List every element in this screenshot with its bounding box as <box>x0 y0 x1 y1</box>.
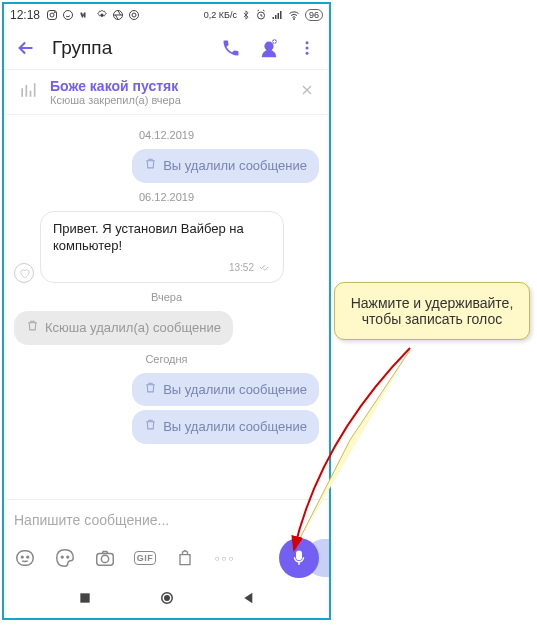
battery-indicator: 96 <box>305 9 323 21</box>
data-rate: 0,2 КБ/с <box>204 10 237 20</box>
trash-icon <box>144 381 157 399</box>
input-bar: Напишите сообщение... GIF ○○○ <box>4 499 329 582</box>
message-meta: 13:52 <box>229 261 271 275</box>
deleted-message-bubble[interactable]: Вы удалили сообщение <box>132 410 319 444</box>
svg-point-25 <box>164 596 169 601</box>
status-right: 0,2 КБ/с 96 <box>204 9 323 21</box>
nav-home-button[interactable] <box>158 589 176 611</box>
svg-point-6 <box>130 11 139 20</box>
aperture-icon <box>112 9 124 21</box>
date-label: Вчера <box>14 291 319 303</box>
smiley-icon[interactable] <box>14 547 36 569</box>
pinned-close-button[interactable] <box>299 82 315 103</box>
svg-point-19 <box>67 556 69 558</box>
call-button[interactable] <box>219 36 243 60</box>
attach-icon[interactable] <box>174 547 196 569</box>
vk-icon <box>78 9 92 21</box>
wifi-icon <box>287 9 301 21</box>
status-bar: 12:18 0,2 КБ/с <box>4 4 329 26</box>
alarm-icon <box>255 9 267 21</box>
like-button[interactable] <box>14 263 34 283</box>
message-text: Вы удалили сообщение <box>163 157 307 175</box>
svg-point-16 <box>21 556 23 558</box>
pinned-subtitle: Ксюша закрепил(а) вчера <box>50 94 287 106</box>
svg-point-9 <box>293 19 294 20</box>
status-left: 12:18 <box>10 8 140 22</box>
nav-back-button[interactable] <box>241 590 257 610</box>
svg-point-3 <box>64 11 73 20</box>
android-nav-bar <box>4 582 329 618</box>
voice-record-button[interactable] <box>279 538 319 578</box>
svg-point-21 <box>101 555 108 562</box>
pinned-chart-icon <box>18 80 38 104</box>
message-text: Вы удалили сообщение <box>163 381 307 399</box>
nav-recent-button[interactable] <box>77 590 93 610</box>
date-label: 06.12.2019 <box>14 191 319 203</box>
status-time: 12:18 <box>10 8 40 22</box>
message-row: Вы удалили сообщение <box>14 410 319 444</box>
instagram-icon <box>46 9 58 21</box>
svg-point-17 <box>27 556 29 558</box>
message-text: Ксюша удалил(а) сообщение <box>45 319 221 337</box>
svg-rect-22 <box>297 551 302 559</box>
phone-frame: 12:18 0,2 КБ/с <box>2 2 331 620</box>
settings-icon <box>96 9 108 21</box>
trash-icon <box>144 418 157 436</box>
pinned-title: Боже какой пустяк <box>50 78 287 94</box>
message-row: Вы удалили сообщение <box>14 373 319 407</box>
signal-icon <box>271 9 283 21</box>
deleted-message-bubble[interactable]: Вы удалили сообщение <box>132 373 319 407</box>
tooltip-callout: Нажмите и удерживайте, чтобы записать го… <box>334 282 530 340</box>
chat-title[interactable]: Группа <box>52 37 205 59</box>
pinned-message[interactable]: Боже какой пустяк Ксюша закрепил(а) вчер… <box>4 70 329 115</box>
message-input[interactable]: Напишите сообщение... <box>14 508 319 538</box>
date-label: 04.12.2019 <box>14 129 319 141</box>
svg-point-14 <box>306 51 309 54</box>
svg-rect-15 <box>17 551 34 566</box>
callout-text: Нажмите и удерживайте, чтобы записать го… <box>351 295 514 327</box>
message-row: Ксюша удалил(а) сообщение <box>14 311 319 345</box>
lens-icon <box>128 9 140 21</box>
messages-area[interactable]: 04.12.2019 Вы удалили сообщение 06.12.20… <box>4 115 329 499</box>
svg-point-2 <box>54 12 55 13</box>
trash-icon <box>26 319 39 337</box>
bluetooth-icon <box>241 9 251 21</box>
input-toolbar: GIF ○○○ <box>14 538 319 578</box>
svg-point-18 <box>61 556 63 558</box>
pinned-text: Боже какой пустяк Ксюша закрепил(а) вчер… <box>50 78 287 106</box>
date-label: Сегодня <box>14 353 319 365</box>
trash-icon <box>144 157 157 175</box>
more-input-button[interactable]: ○○○ <box>214 547 236 569</box>
svg-point-10 <box>264 41 273 50</box>
camera-icon[interactable] <box>94 547 116 569</box>
back-button[interactable] <box>14 36 38 60</box>
gif-button[interactable]: GIF <box>134 547 156 569</box>
svg-rect-23 <box>80 593 89 602</box>
message-row: Вы удалили сообщение <box>14 149 319 183</box>
svg-point-1 <box>50 13 54 17</box>
more-options-button[interactable] <box>295 36 319 60</box>
whatsapp-icon <box>62 9 74 21</box>
add-member-button[interactable] <box>257 36 281 60</box>
deleted-message-bubble[interactable]: Ксюша удалил(а) сообщение <box>14 311 233 345</box>
message-text: Привет. Я установил Вайбер на компьютер! <box>53 220 271 255</box>
chat-header: Группа <box>4 26 329 70</box>
svg-point-12 <box>306 41 309 44</box>
message-row: Привет. Я установил Вайбер на компьютер!… <box>14 211 319 284</box>
svg-point-7 <box>132 13 136 17</box>
deleted-message-bubble[interactable]: Вы удалили сообщение <box>132 149 319 183</box>
sticker-icon[interactable] <box>54 547 76 569</box>
incoming-message-bubble[interactable]: Привет. Я установил Вайбер на компьютер!… <box>40 211 284 284</box>
message-text: Вы удалили сообщение <box>163 418 307 436</box>
svg-point-13 <box>306 46 309 49</box>
